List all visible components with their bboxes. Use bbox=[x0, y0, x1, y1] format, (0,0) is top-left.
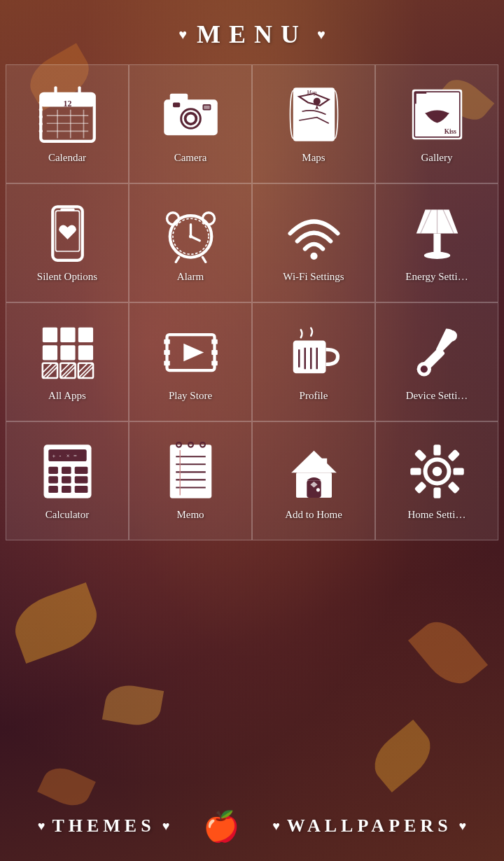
svg-text:×: × bbox=[66, 451, 69, 458]
footer-apple: 🍎 bbox=[203, 809, 239, 844]
svg-point-14 bbox=[38, 122, 42, 125]
svg-point-20 bbox=[186, 114, 195, 122]
camera-label: Camera bbox=[174, 151, 207, 164]
calendar-label: Calendar bbox=[48, 151, 86, 164]
wallpapers-button[interactable]: ♥ WALLPAPERS ♥ bbox=[272, 816, 466, 836]
svg-point-45 bbox=[310, 252, 317, 259]
themes-button[interactable]: ♥ THEMES ♥ bbox=[38, 816, 170, 836]
svg-rect-72 bbox=[164, 360, 170, 365]
app-camera[interactable]: Camera bbox=[129, 64, 252, 183]
svg-marker-112 bbox=[291, 450, 337, 472]
memo-icon bbox=[159, 440, 222, 503]
all-apps-icon bbox=[36, 321, 99, 384]
svg-point-41 bbox=[167, 212, 178, 224]
app-all-apps[interactable]: All Apps bbox=[6, 302, 129, 421]
app-alarm[interactable]: Alarm bbox=[129, 183, 252, 302]
svg-point-26 bbox=[313, 97, 320, 104]
wallpapers-label: WALLPAPERS bbox=[287, 816, 452, 836]
camera-icon bbox=[159, 83, 222, 146]
app-silent-options[interactable]: Silent Options bbox=[6, 183, 129, 302]
app-add-to-home[interactable]: Add to Home bbox=[252, 421, 375, 540]
profile-icon bbox=[282, 321, 345, 384]
svg-rect-121 bbox=[453, 468, 463, 475]
svg-marker-76 bbox=[183, 343, 204, 361]
maps-icon: Map bbox=[282, 83, 345, 146]
svg-point-13 bbox=[38, 115, 42, 118]
svg-line-44 bbox=[202, 257, 205, 262]
svg-rect-88 bbox=[48, 466, 58, 473]
themes-heart-right-icon: ♥ bbox=[162, 819, 170, 834]
svg-rect-53 bbox=[78, 327, 92, 342]
svg-rect-35 bbox=[60, 208, 74, 210]
svg-point-11 bbox=[38, 100, 42, 104]
wifi-settings-label: Wi-Fi Settings bbox=[283, 270, 344, 283]
svg-text:+: + bbox=[52, 451, 55, 458]
svg-rect-56 bbox=[78, 345, 92, 360]
svg-rect-96 bbox=[74, 485, 88, 492]
profile-label: Profile bbox=[300, 389, 328, 402]
all-apps-label: All Apps bbox=[48, 389, 86, 402]
svg-point-115 bbox=[316, 488, 319, 491]
app-home-settings[interactable]: Home Setti… bbox=[375, 421, 498, 540]
app-calculator[interactable]: + - × = Calculator bbox=[6, 421, 129, 540]
svg-point-42 bbox=[202, 212, 214, 224]
silent-options-label: Silent Options bbox=[37, 270, 97, 283]
svg-rect-32 bbox=[414, 92, 416, 104]
svg-text:-: - bbox=[59, 451, 61, 458]
svg-rect-95 bbox=[62, 485, 71, 492]
silent-options-icon bbox=[36, 202, 99, 265]
footer: ♥ THEMES ♥ 🍎 ♥ WALLPAPERS ♥ bbox=[0, 791, 504, 861]
calendar-icon: 12 bbox=[36, 83, 99, 146]
app-grid: 12 Calendar bbox=[0, 64, 504, 540]
svg-text:Kiss: Kiss bbox=[444, 127, 456, 134]
themes-label: THEMES bbox=[52, 816, 155, 836]
app-profile[interactable]: Profile bbox=[252, 302, 375, 421]
svg-rect-74 bbox=[211, 350, 218, 355]
svg-rect-73 bbox=[211, 339, 218, 344]
svg-rect-70 bbox=[164, 339, 170, 344]
svg-rect-120 bbox=[410, 468, 421, 475]
apple-icon: 🍎 bbox=[203, 809, 239, 844]
gallery-icon: Kiss bbox=[405, 83, 468, 146]
energy-settings-icon bbox=[405, 202, 468, 265]
svg-rect-23 bbox=[173, 102, 180, 107]
menu-title: MENU bbox=[197, 20, 307, 49]
calculator-label: Calculator bbox=[46, 508, 89, 521]
app-device-settings[interactable]: Device Setti… bbox=[375, 302, 498, 421]
svg-rect-123 bbox=[414, 481, 426, 493]
alarm-label: Alarm bbox=[177, 270, 204, 283]
home-settings-icon bbox=[405, 440, 468, 503]
calculator-icon: + - × = bbox=[36, 440, 99, 503]
wallpapers-heart-right-icon: ♥ bbox=[459, 819, 467, 834]
themes-heart-icon: ♥ bbox=[38, 819, 46, 834]
app-wifi-settings[interactable]: Wi-Fi Settings bbox=[252, 183, 375, 302]
device-settings-icon bbox=[405, 321, 468, 384]
svg-rect-22 bbox=[204, 105, 210, 108]
app-calendar[interactable]: 12 Calendar bbox=[6, 64, 129, 183]
app-memo[interactable]: Memo bbox=[129, 421, 252, 540]
svg-rect-118 bbox=[433, 444, 440, 455]
svg-rect-93 bbox=[74, 476, 88, 483]
svg-line-60 bbox=[42, 363, 52, 372]
app-energy-settings[interactable]: Energy Setti… bbox=[375, 183, 498, 302]
svg-rect-77 bbox=[293, 340, 326, 373]
svg-rect-122 bbox=[447, 449, 460, 461]
svg-rect-71 bbox=[164, 350, 170, 355]
svg-rect-17 bbox=[169, 93, 188, 102]
app-maps[interactable]: Map Maps bbox=[252, 64, 375, 183]
svg-rect-125 bbox=[447, 481, 460, 493]
alarm-icon bbox=[159, 202, 222, 265]
svg-point-117 bbox=[432, 466, 442, 476]
svg-line-43 bbox=[176, 257, 178, 262]
svg-rect-52 bbox=[60, 327, 75, 342]
svg-rect-89 bbox=[62, 466, 71, 473]
app-play-store[interactable]: Play Store bbox=[129, 302, 252, 421]
play-store-label: Play Store bbox=[169, 389, 212, 402]
header: ♥ MENU ♥ bbox=[0, 0, 504, 62]
svg-point-12 bbox=[38, 108, 42, 111]
svg-rect-92 bbox=[62, 476, 71, 483]
svg-rect-75 bbox=[211, 360, 218, 365]
add-to-home-label: Add to Home bbox=[285, 508, 342, 521]
maps-label: Maps bbox=[302, 151, 325, 164]
app-gallery[interactable]: Kiss Gallery bbox=[375, 64, 498, 183]
